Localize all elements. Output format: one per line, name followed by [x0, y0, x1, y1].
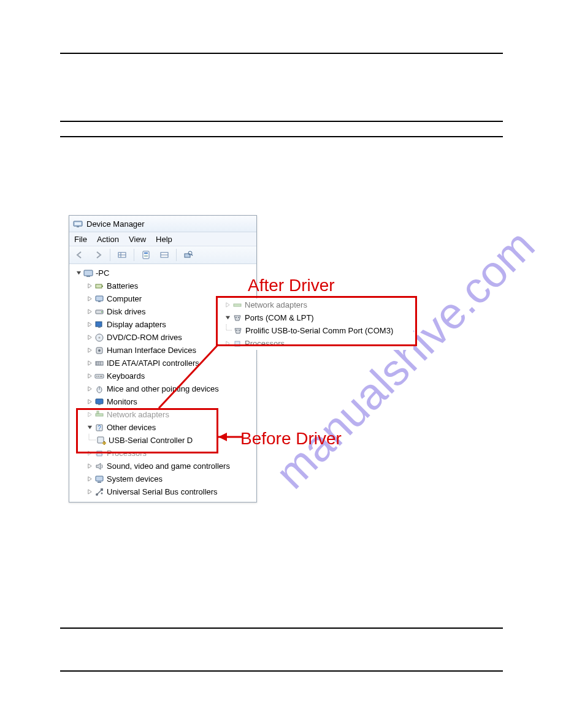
svg-rect-17	[96, 284, 102, 288]
collapse-icon[interactable]	[86, 399, 93, 405]
tree-item-label: Disk drives	[107, 305, 146, 318]
svg-point-28	[98, 349, 101, 352]
toolbar-separator	[110, 249, 110, 261]
before-driver-highlight-box	[76, 408, 218, 453]
svg-rect-9	[144, 256, 148, 257]
keyboard-icon	[94, 371, 104, 381]
optical-drive-icon	[94, 333, 104, 343]
tree-item-label: Keyboards	[107, 370, 145, 382]
toolbar-separator-2	[134, 249, 134, 261]
svg-rect-12	[185, 254, 190, 257]
svg-rect-59	[101, 488, 103, 491]
page-rule-5	[60, 670, 503, 672]
device-manager-window: Device Manager File Action View Help -PC…	[69, 215, 257, 502]
display-adapter-icon	[94, 320, 104, 330]
collapse-icon[interactable]	[86, 335, 93, 341]
window-titlebar[interactable]: Device Manager	[69, 216, 256, 232]
before-driver-label: Before Driver	[240, 429, 342, 449]
svg-rect-56	[98, 482, 101, 483]
svg-rect-8	[144, 255, 148, 256]
svg-rect-24	[98, 327, 101, 328]
tree-item-label: IDE ATA/ATAPI controllers	[107, 357, 199, 370]
collapse-icon[interactable]	[86, 296, 93, 302]
tree-item-sound[interactable]: Sound, video and game controllers	[69, 460, 256, 472]
monitor-icon	[94, 397, 104, 407]
toolbar-back-button[interactable]	[72, 248, 88, 262]
tree-item-label: Universal Serial Bus controllers	[107, 485, 218, 498]
toolbar-scan-button[interactable]	[180, 248, 196, 262]
menu-file[interactable]: File	[74, 235, 87, 244]
svg-line-14	[191, 254, 193, 256]
menu-action[interactable]: Action	[97, 235, 119, 244]
sound-icon	[94, 461, 104, 471]
tree-item-label: Human Interface Devices	[107, 344, 196, 357]
svg-point-26	[99, 336, 101, 338]
tree-item-label: Mice and other pointing devices	[107, 382, 219, 395]
toolbar-forward-button[interactable]	[90, 248, 106, 262]
tree-item-usb-controllers[interactable]: Universal Serial Bus controllers	[69, 485, 256, 498]
tree-item-label: Sound, video and game controllers	[107, 460, 230, 472]
svg-rect-16	[86, 276, 90, 277]
svg-rect-15	[84, 270, 93, 276]
after-driver-highlight-box	[216, 296, 417, 346]
watermark-text: manualshive.com	[266, 220, 544, 498]
collapse-icon[interactable]	[86, 309, 93, 315]
collapse-icon[interactable]	[86, 463, 93, 469]
computer-icon	[83, 268, 93, 278]
svg-rect-1	[75, 222, 81, 225]
after-driver-label: After Driver	[248, 276, 335, 295]
svg-rect-35	[98, 376, 99, 377]
menu-view[interactable]: View	[129, 235, 146, 244]
collapse-icon[interactable]	[86, 347, 93, 354]
collapse-icon[interactable]	[86, 360, 93, 366]
menu-bar: File Action View Help	[69, 232, 256, 246]
menu-help[interactable]: Help	[156, 235, 172, 244]
tree-item-label: Computer	[107, 292, 142, 305]
svg-rect-39	[96, 399, 103, 404]
tree-item-ide[interactable]: IDE ATA/ATAPI controllers	[69, 357, 256, 370]
collapse-icon[interactable]	[86, 476, 93, 482]
page-rule-3	[60, 136, 503, 137]
collapse-icon[interactable]	[86, 322, 93, 328]
tree-item-label: Monitors	[107, 395, 137, 408]
page-rule-4	[60, 628, 503, 629]
tree-item-label: System devices	[107, 472, 163, 485]
expand-icon[interactable]	[75, 270, 82, 276]
tree-root[interactable]: -PC	[69, 267, 256, 279]
collapse-icon[interactable]	[86, 489, 93, 495]
svg-rect-36	[100, 376, 102, 377]
tree-item-mice[interactable]: Mice and other pointing devices	[69, 382, 256, 395]
window-title: Device Manager	[86, 219, 145, 229]
toolbar-properties-button[interactable]	[138, 248, 154, 262]
battery-icon	[94, 281, 104, 291]
tree-item-system-devices[interactable]: System devices	[69, 472, 256, 485]
svg-rect-7	[144, 252, 148, 254]
collapse-icon[interactable]	[86, 283, 93, 289]
svg-rect-34	[96, 376, 98, 377]
collapse-icon[interactable]	[86, 386, 93, 392]
disk-icon	[94, 307, 104, 317]
svg-rect-19	[96, 296, 103, 301]
collapse-icon[interactable]	[86, 373, 93, 379]
mouse-icon	[94, 384, 104, 394]
svg-rect-18	[102, 286, 103, 287]
toolbar	[69, 246, 256, 264]
tree-item-label: Display adapters	[107, 318, 166, 331]
tree-item-batteries[interactable]: Batteries	[69, 279, 256, 292]
usb-icon	[94, 487, 104, 497]
toolbar-separator-3	[176, 249, 177, 261]
svg-rect-55	[96, 476, 103, 481]
svg-point-22	[101, 311, 102, 313]
computer-icon	[94, 294, 104, 304]
tree-root-label: -PC	[96, 267, 109, 279]
ide-icon	[94, 358, 104, 368]
toolbar-refresh-button[interactable]	[156, 248, 172, 262]
tree-item-monitors[interactable]: Monitors	[69, 395, 256, 408]
tree-item-label: Batteries	[107, 279, 138, 292]
svg-rect-23	[96, 322, 102, 327]
tree-item-keyboards[interactable]: Keyboards	[69, 370, 256, 382]
svg-point-60	[101, 492, 103, 494]
device-manager-icon	[73, 219, 83, 229]
system-devices-icon	[94, 474, 104, 484]
toolbar-show-hidden-button[interactable]	[114, 248, 130, 262]
